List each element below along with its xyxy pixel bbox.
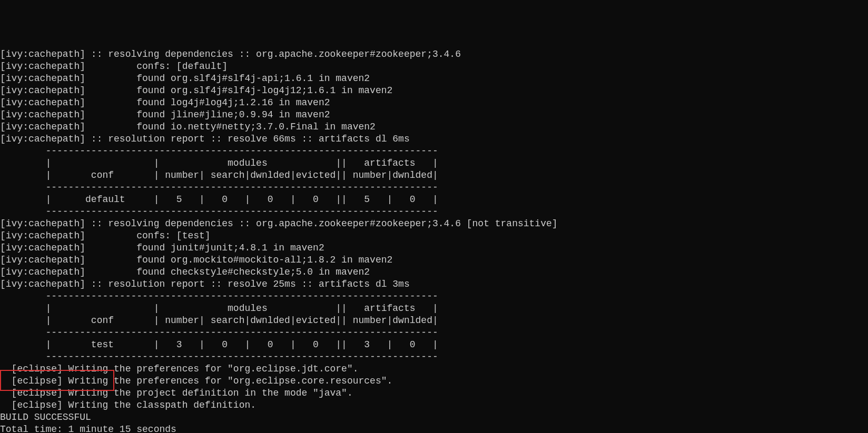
terminal-line: | | modules || artifacts | (0, 157, 868, 169)
terminal-line: ----------------------------------------… (0, 145, 868, 157)
terminal-line: [eclipse] Writing the project definition… (0, 387, 868, 399)
terminal-line: [ivy:cachepath] :: resolving dependencie… (0, 218, 868, 230)
terminal-output[interactable]: [ivy:cachepath] :: resolving dependencie… (0, 48, 868, 433)
terminal-line: [ivy:cachepath] :: resolution report :: … (0, 278, 868, 290)
terminal-line: | | modules || artifacts | (0, 303, 868, 315)
terminal-line: [ivy:cachepath] found log4j#log4j;1.2.16… (0, 97, 868, 109)
terminal-line: [ivy:cachepath] found io.netty#netty;3.7… (0, 121, 868, 133)
terminal-line: ----------------------------------------… (0, 206, 868, 218)
terminal-line: [ivy:cachepath] confs: [test] (0, 230, 868, 242)
terminal-line: [ivy:cachepath] found org.slf4j#slf4j-ap… (0, 73, 868, 85)
terminal-line: [ivy:cachepath] found jline#jline;0.9.94… (0, 109, 868, 121)
terminal-line: [eclipse] Writing the preferences for "o… (0, 363, 868, 375)
terminal-line: [ivy:cachepath] found checkstyle#checkst… (0, 266, 868, 278)
terminal-line: [eclipse] Writing the preferences for "o… (0, 375, 868, 387)
terminal-line: [ivy:cachepath] found org.slf4j#slf4j-lo… (0, 85, 868, 97)
terminal-line: [ivy:cachepath] found junit#junit;4.8.1 … (0, 242, 868, 254)
terminal-line: [eclipse] Writing the classpath definiti… (0, 399, 868, 411)
terminal-line: [ivy:cachepath] found org.mockito#mockit… (0, 254, 868, 266)
terminal-line: ----------------------------------------… (0, 351, 868, 363)
terminal-line: ----------------------------------------… (0, 182, 868, 194)
terminal-line: | conf | number| search|dwnlded|evicted|… (0, 169, 868, 182)
terminal-line: [ivy:cachepath] confs: [default] (0, 61, 868, 73)
terminal-line: | conf | number| search|dwnlded|evicted|… (0, 315, 868, 327)
terminal-line: ----------------------------------------… (0, 327, 868, 339)
terminal-line: | default | 5 | 0 | 0 | 0 || 5 | 0 | (0, 194, 868, 206)
terminal-line: ----------------------------------------… (0, 290, 868, 303)
terminal-line: [ivy:cachepath] :: resolution report :: … (0, 133, 868, 145)
terminal-line: | test | 3 | 0 | 0 | 0 || 3 | 0 | (0, 339, 868, 351)
terminal-line: BUILD SUCCESSFUL (0, 411, 868, 424)
terminal-line: [ivy:cachepath] :: resolving dependencie… (0, 48, 868, 61)
terminal-line: Total time: 1 minute 15 seconds (0, 424, 868, 433)
